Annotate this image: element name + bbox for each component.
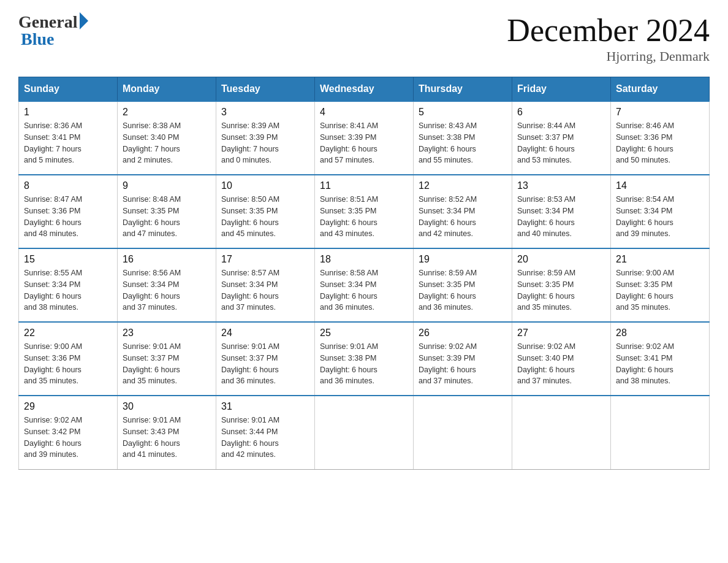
logo: General Blue: [18, 12, 88, 49]
day-info: Sunrise: 8:47 AMSunset: 3:36 PMDaylight:…: [24, 195, 82, 238]
calendar-cell: 31 Sunrise: 9:01 AMSunset: 3:44 PMDaylig…: [216, 396, 315, 469]
day-info: Sunrise: 8:38 AMSunset: 3:40 PMDaylight:…: [123, 121, 181, 164]
calendar-cell: 2 Sunrise: 8:38 AMSunset: 3:40 PMDayligh…: [118, 101, 216, 175]
day-info: Sunrise: 9:00 AMSunset: 3:36 PMDaylight:…: [24, 342, 82, 385]
day-info: Sunrise: 8:46 AMSunset: 3:36 PMDaylight:…: [616, 121, 674, 164]
calendar-week-4: 22 Sunrise: 9:00 AMSunset: 3:36 PMDaylig…: [19, 322, 710, 396]
calendar-cell: 22 Sunrise: 9:00 AMSunset: 3:36 PMDaylig…: [19, 322, 118, 396]
day-info: Sunrise: 8:53 AMSunset: 3:34 PMDaylight:…: [517, 195, 575, 238]
day-info: Sunrise: 8:48 AMSunset: 3:35 PMDaylight:…: [123, 195, 181, 238]
day-number: 24: [221, 327, 309, 339]
day-number: 17: [221, 254, 309, 265]
day-number: 27: [517, 327, 605, 339]
day-number: 8: [24, 180, 112, 191]
calendar-cell: 14 Sunrise: 8:54 AMSunset: 3:34 PMDaylig…: [611, 175, 710, 248]
calendar-cell: 20 Sunrise: 8:59 AMSunset: 3:35 PMDaylig…: [512, 248, 611, 322]
header-day-sunday: Sunday: [19, 77, 118, 102]
header-day-tuesday: Tuesday: [216, 77, 315, 102]
day-info: Sunrise: 9:01 AMSunset: 3:37 PMDaylight:…: [221, 342, 279, 385]
day-number: 21: [616, 254, 704, 265]
calendar-cell: 16 Sunrise: 8:56 AMSunset: 3:34 PMDaylig…: [118, 248, 216, 322]
calendar-cell: 12 Sunrise: 8:52 AMSunset: 3:34 PMDaylig…: [414, 175, 512, 248]
calendar-cell: 27 Sunrise: 9:02 AMSunset: 3:40 PMDaylig…: [512, 322, 611, 396]
calendar-cell: 5 Sunrise: 8:43 AMSunset: 3:38 PMDayligh…: [414, 101, 512, 175]
day-number: 25: [320, 327, 408, 339]
day-number: 30: [123, 401, 211, 412]
day-number: 16: [123, 254, 211, 265]
calendar-title: December 2024: [507, 12, 710, 48]
calendar-cell: 1 Sunrise: 8:36 AMSunset: 3:41 PMDayligh…: [19, 101, 118, 175]
header-day-wednesday: Wednesday: [315, 77, 414, 102]
day-number: 9: [123, 180, 211, 191]
day-info: Sunrise: 8:43 AMSunset: 3:38 PMDaylight:…: [419, 121, 477, 164]
calendar-week-1: 1 Sunrise: 8:36 AMSunset: 3:41 PMDayligh…: [19, 101, 710, 175]
calendar-cell: 13 Sunrise: 8:53 AMSunset: 3:34 PMDaylig…: [512, 175, 611, 248]
day-number: 20: [517, 254, 605, 265]
calendar-cell: 30 Sunrise: 9:01 AMSunset: 3:43 PMDaylig…: [118, 396, 216, 469]
day-number: 29: [24, 401, 112, 412]
calendar-cell: 9 Sunrise: 8:48 AMSunset: 3:35 PMDayligh…: [118, 175, 216, 248]
day-number: 3: [221, 107, 309, 118]
day-info: Sunrise: 9:02 AMSunset: 3:40 PMDaylight:…: [517, 342, 575, 385]
day-number: 18: [320, 254, 408, 265]
day-number: 4: [320, 107, 408, 118]
day-info: Sunrise: 8:39 AMSunset: 3:39 PMDaylight:…: [221, 121, 279, 164]
day-info: Sunrise: 9:02 AMSunset: 3:39 PMDaylight:…: [419, 342, 477, 385]
day-info: Sunrise: 8:54 AMSunset: 3:34 PMDaylight:…: [616, 195, 674, 238]
calendar-week-5: 29 Sunrise: 9:02 AMSunset: 3:42 PMDaylig…: [19, 396, 710, 469]
calendar-cell: 19 Sunrise: 8:59 AMSunset: 3:35 PMDaylig…: [414, 248, 512, 322]
logo-blue-text: Blue: [18, 29, 54, 49]
calendar-cell: [611, 396, 710, 469]
calendar-cell: 3 Sunrise: 8:39 AMSunset: 3:39 PMDayligh…: [216, 101, 315, 175]
day-info: Sunrise: 8:56 AMSunset: 3:34 PMDaylight:…: [123, 269, 181, 312]
calendar-cell: 4 Sunrise: 8:41 AMSunset: 3:39 PMDayligh…: [315, 101, 414, 175]
calendar-cell: 18 Sunrise: 8:58 AMSunset: 3:34 PMDaylig…: [315, 248, 414, 322]
day-number: 12: [419, 180, 507, 191]
calendar-cell: 26 Sunrise: 9:02 AMSunset: 3:39 PMDaylig…: [414, 322, 512, 396]
day-info: Sunrise: 8:41 AMSunset: 3:39 PMDaylight:…: [320, 121, 378, 164]
page-header: General Blue December 2024 Hjorring, Den…: [18, 12, 710, 64]
day-number: 15: [24, 254, 112, 265]
day-info: Sunrise: 8:44 AMSunset: 3:37 PMDaylight:…: [517, 121, 575, 164]
calendar-body: 1 Sunrise: 8:36 AMSunset: 3:41 PMDayligh…: [19, 101, 710, 469]
day-info: Sunrise: 8:36 AMSunset: 3:41 PMDaylight:…: [24, 121, 82, 164]
day-number: 11: [320, 180, 408, 191]
calendar-cell: 7 Sunrise: 8:46 AMSunset: 3:36 PMDayligh…: [611, 101, 710, 175]
day-info: Sunrise: 9:00 AMSunset: 3:35 PMDaylight:…: [616, 269, 674, 312]
day-info: Sunrise: 9:01 AMSunset: 3:44 PMDaylight:…: [221, 416, 279, 459]
header-day-thursday: Thursday: [414, 77, 512, 102]
calendar-cell: 15 Sunrise: 8:55 AMSunset: 3:34 PMDaylig…: [19, 248, 118, 322]
calendar-cell: 28 Sunrise: 9:02 AMSunset: 3:41 PMDaylig…: [611, 322, 710, 396]
calendar-cell: 8 Sunrise: 8:47 AMSunset: 3:36 PMDayligh…: [19, 175, 118, 248]
day-number: 31: [221, 401, 309, 412]
day-info: Sunrise: 8:57 AMSunset: 3:34 PMDaylight:…: [221, 269, 279, 312]
calendar-cell: 21 Sunrise: 9:00 AMSunset: 3:35 PMDaylig…: [611, 248, 710, 322]
title-block: December 2024 Hjorring, Denmark: [507, 12, 710, 64]
day-number: 10: [221, 180, 309, 191]
calendar-cell: 10 Sunrise: 8:50 AMSunset: 3:35 PMDaylig…: [216, 175, 315, 248]
day-number: 28: [616, 327, 704, 339]
day-info: Sunrise: 9:01 AMSunset: 3:37 PMDaylight:…: [123, 342, 181, 385]
day-info: Sunrise: 8:55 AMSunset: 3:34 PMDaylight:…: [24, 269, 82, 312]
calendar-table: SundayMondayTuesdayWednesdayThursdayFrid…: [18, 77, 710, 470]
day-number: 5: [419, 107, 507, 118]
header-day-friday: Friday: [512, 77, 611, 102]
calendar-cell: 6 Sunrise: 8:44 AMSunset: 3:37 PMDayligh…: [512, 101, 611, 175]
day-number: 26: [419, 327, 507, 339]
calendar-cell: 11 Sunrise: 8:51 AMSunset: 3:35 PMDaylig…: [315, 175, 414, 248]
day-number: 6: [517, 107, 605, 118]
calendar-header: SundayMondayTuesdayWednesdayThursdayFrid…: [19, 77, 710, 102]
day-info: Sunrise: 9:01 AMSunset: 3:38 PMDaylight:…: [320, 342, 378, 385]
logo-arrow-icon: [80, 12, 88, 29]
calendar-cell: 23 Sunrise: 9:01 AMSunset: 3:37 PMDaylig…: [118, 322, 216, 396]
header-day-monday: Monday: [118, 77, 216, 102]
day-number: 7: [616, 107, 704, 118]
calendar-cell: [414, 396, 512, 469]
day-info: Sunrise: 8:59 AMSunset: 3:35 PMDaylight:…: [419, 269, 477, 312]
calendar-week-2: 8 Sunrise: 8:47 AMSunset: 3:36 PMDayligh…: [19, 175, 710, 248]
calendar-cell: [512, 396, 611, 469]
day-info: Sunrise: 8:50 AMSunset: 3:35 PMDaylight:…: [221, 195, 279, 238]
day-number: 22: [24, 327, 112, 339]
day-info: Sunrise: 9:02 AMSunset: 3:41 PMDaylight:…: [616, 342, 674, 385]
calendar-week-3: 15 Sunrise: 8:55 AMSunset: 3:34 PMDaylig…: [19, 248, 710, 322]
